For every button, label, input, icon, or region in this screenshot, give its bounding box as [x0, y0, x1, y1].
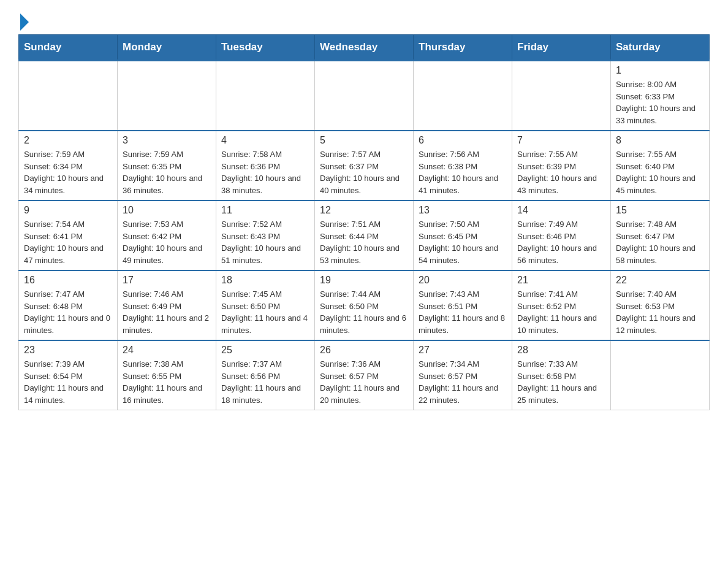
calendar-cell: 26Sunrise: 7:36 AM Sunset: 6:57 PM Dayli…: [315, 340, 414, 410]
day-number: 2: [24, 135, 112, 146]
day-info: Sunrise: 8:00 AM Sunset: 6:33 PM Dayligh…: [616, 79, 704, 126]
day-number: 27: [419, 345, 507, 356]
calendar-cell: [216, 61, 315, 131]
day-info: Sunrise: 7:46 AM Sunset: 6:49 PM Dayligh…: [123, 288, 211, 336]
day-header-tuesday: Tuesday: [216, 35, 315, 61]
calendar-cell: 23Sunrise: 7:39 AM Sunset: 6:54 PM Dayli…: [19, 340, 118, 410]
calendar-cell: [414, 61, 512, 131]
calendar-cell: 17Sunrise: 7:46 AM Sunset: 6:49 PM Dayli…: [118, 270, 216, 340]
calendar-cell: 14Sunrise: 7:49 AM Sunset: 6:46 PM Dayli…: [512, 201, 611, 270]
day-number: 17: [123, 275, 211, 286]
day-number: 4: [221, 135, 309, 146]
calendar-cell: [315, 61, 414, 131]
calendar-week-4: 16Sunrise: 7:47 AM Sunset: 6:48 PM Dayli…: [19, 270, 710, 340]
calendar-cell: 24Sunrise: 7:38 AM Sunset: 6:55 PM Dayli…: [118, 340, 216, 410]
day-number: 18: [221, 275, 309, 286]
calendar-cell: 27Sunrise: 7:34 AM Sunset: 6:57 PM Dayli…: [414, 340, 512, 410]
calendar-cell: 2Sunrise: 7:59 AM Sunset: 6:34 PM Daylig…: [19, 131, 118, 201]
logo: [18, 12, 29, 28]
day-number: 1: [616, 65, 704, 76]
day-info: Sunrise: 7:36 AM Sunset: 6:57 PM Dayligh…: [320, 358, 408, 406]
calendar-cell: 16Sunrise: 7:47 AM Sunset: 6:48 PM Dayli…: [19, 270, 118, 340]
calendar-cell: [611, 340, 710, 410]
day-number: 15: [616, 205, 704, 216]
calendar-cell: 25Sunrise: 7:37 AM Sunset: 6:56 PM Dayli…: [216, 340, 315, 410]
day-number: 26: [320, 345, 408, 356]
day-number: 16: [24, 275, 112, 286]
day-number: 13: [419, 205, 507, 216]
calendar-week-1: 1Sunrise: 8:00 AM Sunset: 6:33 PM Daylig…: [19, 61, 710, 131]
day-info: Sunrise: 7:51 AM Sunset: 6:44 PM Dayligh…: [320, 218, 408, 266]
calendar-cell: 8Sunrise: 7:55 AM Sunset: 6:40 PM Daylig…: [611, 131, 710, 201]
day-number: 14: [517, 205, 605, 216]
day-info: Sunrise: 7:50 AM Sunset: 6:45 PM Dayligh…: [419, 218, 507, 266]
calendar-cell: 28Sunrise: 7:33 AM Sunset: 6:58 PM Dayli…: [512, 340, 611, 410]
day-number: 12: [320, 205, 408, 216]
day-number: 22: [616, 275, 704, 286]
calendar-cell: 5Sunrise: 7:57 AM Sunset: 6:37 PM Daylig…: [315, 131, 414, 201]
day-info: Sunrise: 7:37 AM Sunset: 6:56 PM Dayligh…: [221, 358, 309, 406]
calendar-cell: 20Sunrise: 7:43 AM Sunset: 6:51 PM Dayli…: [414, 270, 512, 340]
day-info: Sunrise: 7:59 AM Sunset: 6:34 PM Dayligh…: [24, 148, 112, 196]
calendar-cell: 3Sunrise: 7:59 AM Sunset: 6:35 PM Daylig…: [118, 131, 216, 201]
day-info: Sunrise: 7:44 AM Sunset: 6:50 PM Dayligh…: [320, 288, 408, 336]
day-info: Sunrise: 7:55 AM Sunset: 6:40 PM Dayligh…: [616, 148, 704, 196]
day-info: Sunrise: 7:54 AM Sunset: 6:41 PM Dayligh…: [24, 218, 112, 266]
day-info: Sunrise: 7:33 AM Sunset: 6:58 PM Dayligh…: [517, 358, 605, 406]
calendar-cell: 15Sunrise: 7:48 AM Sunset: 6:47 PM Dayli…: [611, 201, 710, 270]
calendar-cell: 6Sunrise: 7:56 AM Sunset: 6:38 PM Daylig…: [414, 131, 512, 201]
page-header: [18, 12, 710, 28]
calendar-cell: [19, 61, 118, 131]
day-info: Sunrise: 7:41 AM Sunset: 6:52 PM Dayligh…: [517, 288, 605, 336]
day-info: Sunrise: 7:38 AM Sunset: 6:55 PM Dayligh…: [123, 358, 211, 406]
day-number: 5: [320, 135, 408, 146]
day-number: 6: [419, 135, 507, 146]
day-info: Sunrise: 7:34 AM Sunset: 6:57 PM Dayligh…: [419, 358, 507, 406]
calendar-cell: 9Sunrise: 7:54 AM Sunset: 6:41 PM Daylig…: [19, 201, 118, 270]
day-info: Sunrise: 7:49 AM Sunset: 6:46 PM Dayligh…: [517, 218, 605, 266]
day-info: Sunrise: 7:58 AM Sunset: 6:36 PM Dayligh…: [221, 148, 309, 196]
logo-arrow-icon: [20, 13, 29, 31]
day-info: Sunrise: 7:40 AM Sunset: 6:53 PM Dayligh…: [616, 288, 704, 336]
day-number: 23: [24, 345, 112, 356]
day-number: 21: [517, 275, 605, 286]
calendar-cell: 21Sunrise: 7:41 AM Sunset: 6:52 PM Dayli…: [512, 270, 611, 340]
calendar-cell: 12Sunrise: 7:51 AM Sunset: 6:44 PM Dayli…: [315, 201, 414, 270]
day-header-thursday: Thursday: [414, 35, 512, 61]
calendar-cell: 4Sunrise: 7:58 AM Sunset: 6:36 PM Daylig…: [216, 131, 315, 201]
day-number: 8: [616, 135, 704, 146]
day-header-saturday: Saturday: [611, 35, 710, 61]
calendar-cell: 19Sunrise: 7:44 AM Sunset: 6:50 PM Dayli…: [315, 270, 414, 340]
day-number: 9: [24, 205, 112, 216]
day-info: Sunrise: 7:55 AM Sunset: 6:39 PM Dayligh…: [517, 148, 605, 196]
day-header-friday: Friday: [512, 35, 611, 61]
calendar-cell: 7Sunrise: 7:55 AM Sunset: 6:39 PM Daylig…: [512, 131, 611, 201]
day-info: Sunrise: 7:59 AM Sunset: 6:35 PM Dayligh…: [123, 148, 211, 196]
day-info: Sunrise: 7:39 AM Sunset: 6:54 PM Dayligh…: [24, 358, 112, 406]
calendar-cell: 11Sunrise: 7:52 AM Sunset: 6:43 PM Dayli…: [216, 201, 315, 270]
day-number: 10: [123, 205, 211, 216]
day-number: 20: [419, 275, 507, 286]
calendar-cell: 13Sunrise: 7:50 AM Sunset: 6:45 PM Dayli…: [414, 201, 512, 270]
day-number: 28: [517, 345, 605, 356]
day-info: Sunrise: 7:43 AM Sunset: 6:51 PM Dayligh…: [419, 288, 507, 336]
day-number: 3: [123, 135, 211, 146]
day-number: 19: [320, 275, 408, 286]
calendar-week-5: 23Sunrise: 7:39 AM Sunset: 6:54 PM Dayli…: [19, 340, 710, 410]
day-number: 7: [517, 135, 605, 146]
day-info: Sunrise: 7:47 AM Sunset: 6:48 PM Dayligh…: [24, 288, 112, 336]
day-header-sunday: Sunday: [19, 35, 118, 61]
day-info: Sunrise: 7:45 AM Sunset: 6:50 PM Dayligh…: [221, 288, 309, 336]
day-info: Sunrise: 7:52 AM Sunset: 6:43 PM Dayligh…: [221, 218, 309, 266]
calendar-table: SundayMondayTuesdayWednesdayThursdayFrid…: [18, 34, 710, 410]
day-header-monday: Monday: [118, 35, 216, 61]
calendar-week-3: 9Sunrise: 7:54 AM Sunset: 6:41 PM Daylig…: [19, 201, 710, 270]
calendar-cell: 22Sunrise: 7:40 AM Sunset: 6:53 PM Dayli…: [611, 270, 710, 340]
day-number: 24: [123, 345, 211, 356]
calendar-cell: 1Sunrise: 8:00 AM Sunset: 6:33 PM Daylig…: [611, 61, 710, 131]
day-info: Sunrise: 7:57 AM Sunset: 6:37 PM Dayligh…: [320, 148, 408, 196]
calendar-cell: [512, 61, 611, 131]
calendar-cell: 10Sunrise: 7:53 AM Sunset: 6:42 PM Dayli…: [118, 201, 216, 270]
calendar-cell: 18Sunrise: 7:45 AM Sunset: 6:50 PM Dayli…: [216, 270, 315, 340]
day-number: 11: [221, 205, 309, 216]
